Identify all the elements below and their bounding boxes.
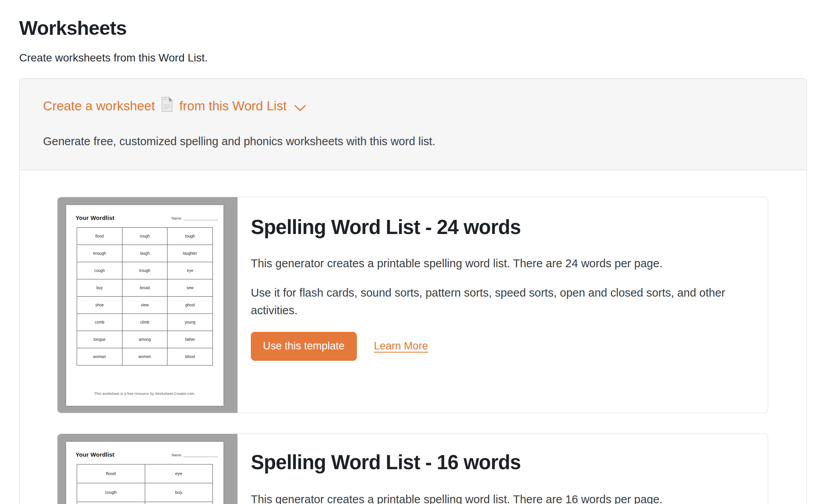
word-cell: rough (77, 483, 145, 502)
word-cell: enough (77, 245, 122, 262)
word-cell: ghost (167, 296, 213, 313)
table-row: enough laugh laughter (77, 245, 213, 262)
word-cell: shoe (77, 296, 122, 313)
word-cell: tongue (77, 331, 122, 348)
template-card-content: Spelling Word List - 24 words This gener… (238, 197, 768, 413)
table-row: shoe view ghost (77, 296, 213, 313)
table-row: tongue among father (77, 331, 213, 348)
preview-word-table: flood eye rough buy (77, 464, 213, 504)
page-title: Worksheets (19, 17, 828, 40)
use-template-button[interactable]: Use this template (251, 332, 357, 361)
word-cell: laughter (167, 245, 213, 262)
generator-panel-header: Create a worksheet from this Word List (20, 79, 806, 170)
preview-name-label: Name: (171, 453, 182, 457)
preview-title: Your Wordlist (76, 451, 115, 458)
word-cell: trough (122, 262, 167, 279)
preview-name-label: Name: (171, 216, 182, 220)
table-row: rough buy (77, 483, 213, 502)
preview-name-line (184, 454, 218, 457)
word-cell: women (122, 348, 167, 365)
word-cell: sew (167, 279, 213, 296)
create-worksheet-dropdown[interactable]: Create a worksheet from this Word List (43, 97, 306, 115)
table-row (77, 502, 213, 504)
chevron-down-icon (294, 99, 306, 115)
preview-footer-text: This worksheet is a free resource by Wor… (66, 391, 223, 396)
template-actions: Use this template Learn More (251, 332, 752, 361)
learn-more-link[interactable]: Learn More (374, 340, 428, 352)
word-cell: broad (122, 279, 167, 296)
word-cell: view (122, 296, 167, 313)
word-cell (77, 502, 145, 504)
word-cell: tough (167, 227, 213, 245)
template-description: This generator creates a printable spell… (251, 255, 752, 272)
word-cell: comb (77, 313, 122, 331)
cta-text-after: from this Word List (179, 98, 286, 114)
table-row: comb climb young (77, 313, 213, 331)
table-row: woman women blood (77, 348, 213, 365)
preview-title: Your Wordlist (76, 214, 115, 221)
template-card-16-words: Your Wordlist Name: flood eye (57, 434, 768, 504)
worksheet-preview-page: Your Wordlist Name: flood eye (66, 442, 223, 504)
template-card-content: Spelling Word List - 16 words This gener… (238, 434, 768, 504)
word-cell: climb (122, 313, 167, 331)
table-row: flood eye (77, 464, 213, 483)
cta-text-before: Create a worksheet (43, 98, 155, 114)
word-cell: woman (77, 348, 122, 365)
worksheet-preview-page: Your Wordlist Name: flood rough (66, 205, 223, 406)
template-title: Spelling Word List - 16 words (251, 450, 752, 474)
word-cell: father (167, 331, 213, 348)
word-cell: blood (167, 348, 213, 365)
table-row: flood rough tough (77, 227, 213, 245)
preview-name-field: Name: (171, 216, 218, 220)
template-description: Use it for flash cards, sound sorts, pat… (251, 284, 748, 319)
preview-name-field: Name: (171, 453, 218, 457)
table-row: cough trough eye (77, 262, 213, 279)
worksheet-thumbnail: Your Wordlist Name: flood eye (58, 434, 238, 504)
worksheets-page: Worksheets Create worksheets from this W… (0, 0, 828, 504)
document-icon (161, 97, 173, 115)
preview-name-line (184, 217, 218, 220)
word-cell: laugh (122, 245, 167, 262)
template-card-24-words: Your Wordlist Name: flood rough (57, 197, 768, 413)
word-cell: young (167, 313, 213, 331)
generator-panel-description: Generate free, customized spelling and p… (43, 135, 783, 148)
word-cell: buy (145, 483, 213, 502)
word-cell: flood (77, 464, 145, 483)
word-cell: cough (77, 262, 122, 279)
table-row: buy broad sew (77, 279, 213, 296)
preview-word-table: flood rough tough enough laugh laughter (77, 227, 213, 365)
worksheet-thumbnail: Your Wordlist Name: flood rough (58, 197, 238, 413)
template-title: Spelling Word List - 24 words (251, 215, 752, 239)
template-cards-list: Your Wordlist Name: flood rough (20, 170, 806, 504)
word-cell: eye (167, 262, 213, 279)
word-cell: eye (145, 464, 213, 483)
word-cell: flood (77, 227, 122, 245)
template-description: This generator creates a printable spell… (251, 491, 752, 504)
word-cell (145, 502, 213, 504)
word-cell: buy (77, 279, 122, 296)
word-cell: among (122, 331, 167, 348)
worksheet-preview-header: Your Wordlist Name: (66, 442, 223, 458)
word-cell: rough (122, 227, 167, 245)
page-subtitle: Create worksheets from this Word List. (19, 52, 828, 64)
worksheet-preview-header: Your Wordlist Name: (66, 205, 223, 221)
worksheet-generator-container: Create a worksheet from this Word List (19, 78, 807, 504)
